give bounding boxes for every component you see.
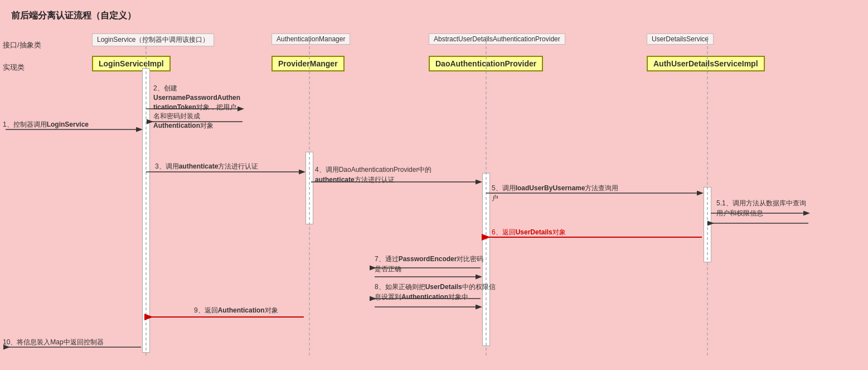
row-label-impl: 实现类 <box>3 63 25 73</box>
row-label-interface: 接口/抽象类 <box>3 40 41 50</box>
interface-label-abstract-provider: AbstractUserDetailsAuthenticationProvide… <box>429 33 565 45</box>
interface-label-login: LoginService（控制器中调用该接口） <box>92 33 214 46</box>
life-bar-login <box>142 68 150 353</box>
msg9-label: 9、返回Authentication对象 <box>194 306 278 315</box>
msg4-label: 4、调用DaoAuthenticationProvider中的authentic… <box>315 165 431 185</box>
msg2-label: 2、创建UsernamePasswordAuthenticationToken对… <box>153 84 240 131</box>
impl-box-provider-manager: ProviderManger <box>271 56 345 71</box>
impl-box-login: LoginServiceImpl <box>92 56 171 71</box>
impl-box-auth-user-details: AuthUserDetailsServiceImpl <box>647 56 765 71</box>
diagram-title: 前后端分离认证流程（自定义） <box>11 10 857 22</box>
interface-label-auth-manager: AuthenticationManager <box>271 33 350 45</box>
diagram-container: 前后端分离认证流程（自定义） 接口/抽象类 实现类 LoginService（控… <box>0 0 868 370</box>
impl-box-dao-auth: DaoAuthenticationProvider <box>429 56 543 71</box>
msg1-label: 1、控制器调用LoginService <box>3 120 89 129</box>
msg8-label: 8、如果正确则把UserDetails中的权限信息设置到Authenticati… <box>375 282 496 302</box>
interface-label-user-details: UserDetailsService <box>647 33 714 45</box>
msg3-label: 3、调用authenticate方法进行认证 <box>155 162 258 171</box>
msg7-label: 7、通过PasswordEncoder对比密码是否正确 <box>375 254 483 274</box>
life-bar-user-details <box>704 187 711 262</box>
msg6-label: 6、返回UserDetails对象 <box>492 228 566 237</box>
life-bar-provider <box>306 152 313 224</box>
msg10-label: 10、将信息装入Map中返回控制器 <box>3 338 104 347</box>
msg5-label: 5、调用loadUserByUsername方法查询用户 <box>492 183 618 203</box>
msg51-label: 5.1、调用方法从数据库中查询用户和权限信息 <box>716 198 806 218</box>
